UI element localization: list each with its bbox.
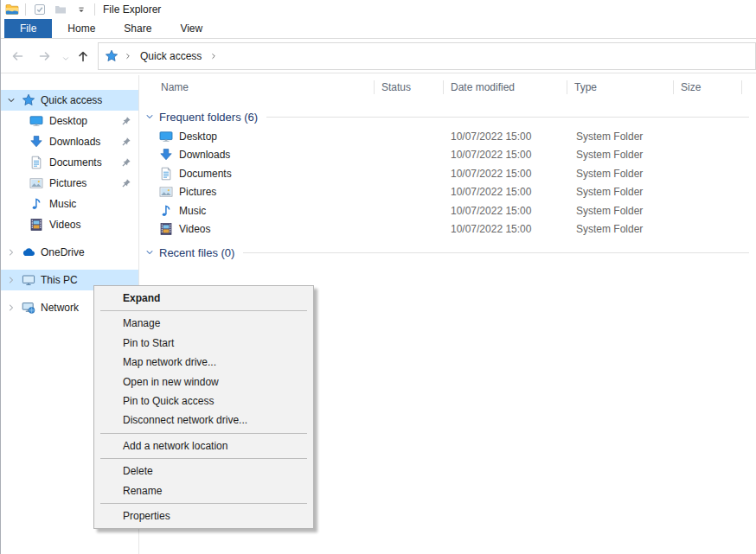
menu-separator [100, 310, 307, 311]
sidebar-item-label: Documents [49, 156, 102, 169]
column-header-type[interactable]: Type [567, 75, 674, 99]
tab-view[interactable]: View [167, 19, 215, 38]
tab-share[interactable]: Share [111, 19, 164, 38]
column-header-status[interactable]: Status [375, 75, 444, 99]
group-divider-line [266, 117, 749, 118]
sidebar-item-label: Network [41, 302, 79, 314]
file-date-modified: 10/07/2022 15:00 [444, 149, 567, 161]
file-type: System Folder [567, 205, 674, 217]
group-divider-line [243, 252, 749, 253]
address-bar-row: Quick access [1, 39, 756, 73]
sidebar-item-videos[interactable]: Videos [1, 214, 138, 235]
column-header-date-modified[interactable]: Date modified [444, 75, 567, 99]
quick-access-star-icon [22, 93, 35, 107]
menu-item-disconnect-network-drive[interactable]: Disconnect network drive... [94, 411, 313, 430]
menu-item-delete[interactable]: Delete [94, 462, 313, 481]
music-icon [29, 197, 43, 211]
sidebar-item-music[interactable]: Music [1, 194, 138, 214]
onedrive-icon [22, 245, 35, 259]
group-header-frequent-folders[interactable]: Frequent folders (6) [139, 108, 756, 125]
address-bar[interactable]: Quick access [98, 42, 756, 70]
file-date-modified: 10/07/2022 15:00 [444, 223, 567, 235]
file-row-documents[interactable]: Documents 10/07/2022 15:00 System Folder [139, 164, 756, 183]
sidebar-item-downloads[interactable]: Downloads [1, 131, 138, 152]
file-name: Pictures [179, 186, 216, 198]
sidebar-item-desktop[interactable]: Desktop [1, 111, 138, 131]
videos-icon [159, 222, 173, 236]
file-explorer-app-icon [5, 3, 19, 16]
menu-item-expand[interactable]: Expand [94, 289, 313, 308]
qat-properties-button[interactable] [32, 3, 47, 17]
titlebar-separator [25, 3, 26, 16]
chevron-down-icon[interactable] [144, 247, 155, 258]
title-bar: File Explorer [1, 0, 756, 19]
menu-item-add-a-network-location[interactable]: Add a network location [94, 436, 313, 455]
menu-item-pin-to-quick-access[interactable]: Pin to Quick access [94, 392, 313, 411]
file-type: System Folder [567, 131, 674, 143]
sidebar-item-onedrive[interactable]: OneDrive [1, 242, 138, 263]
up-button[interactable] [75, 48, 91, 64]
group-label: Frequent folders (6) [159, 111, 258, 124]
column-header-size[interactable]: Size [674, 75, 742, 99]
context-menu: Expand Manage Pin to Start Map network d… [93, 285, 314, 529]
up-arrow-icon [76, 49, 90, 63]
forward-button[interactable] [37, 48, 53, 64]
qat-customize-dropdown-button[interactable] [74, 3, 88, 17]
sidebar-item-label: Quick access [41, 94, 102, 106]
chevron-down-icon[interactable] [144, 111, 155, 122]
file-row-music[interactable]: Music 10/07/2022 15:00 System Folder [139, 201, 756, 220]
pin-icon [121, 178, 131, 188]
chevron-right-icon[interactable] [6, 275, 16, 285]
sidebar-item-label: Desktop [49, 115, 87, 127]
column-header-name[interactable]: Name [139, 75, 375, 99]
chevron-right-icon[interactable] [6, 302, 16, 313]
file-type: System Folder [567, 223, 674, 235]
sidebar-item-pictures[interactable]: Pictures [1, 173, 138, 194]
qat-new-folder-button[interactable] [53, 3, 67, 17]
sidebar-item-documents[interactable]: Documents [1, 152, 138, 173]
this-pc-icon [22, 273, 35, 287]
ribbon-tabs: File Home Share View [1, 19, 756, 39]
file-row-videos[interactable]: Videos 10/07/2022 15:00 System Folder [139, 220, 756, 239]
sidebar-item-label: Downloads [49, 136, 100, 148]
file-type: System Folder [567, 186, 674, 198]
breadcrumb-quick-access[interactable]: Quick access [138, 50, 204, 62]
file-date-modified: 10/07/2022 15:00 [444, 131, 567, 143]
file-row-pictures[interactable]: Pictures 10/07/2022 15:00 System Folder [139, 183, 756, 202]
chevron-down-icon [61, 54, 70, 63]
menu-item-properties[interactable]: Properties [94, 506, 313, 525]
group-label: Recent files (0) [159, 246, 234, 259]
file-row-downloads[interactable]: Downloads 10/07/2022 15:00 System Folder [139, 146, 756, 165]
documents-icon [29, 156, 43, 169]
breadcrumb-chevron-icon[interactable] [124, 52, 132, 60]
menu-item-pin-to-start[interactable]: Pin to Start [94, 334, 313, 353]
new-folder-icon [54, 3, 67, 16]
pictures-icon [29, 176, 43, 190]
file-row-desktop[interactable]: Desktop 10/07/2022 15:00 System Folder [139, 127, 756, 146]
chevron-down-icon[interactable] [6, 95, 16, 105]
downloads-icon [29, 135, 43, 149]
file-name: Desktop [179, 131, 217, 143]
tab-home[interactable]: Home [54, 19, 108, 38]
breadcrumb-chevron-icon-2[interactable] [209, 52, 218, 60]
pin-icon [121, 137, 131, 147]
titlebar-separator-2 [94, 3, 95, 16]
file-name: Music [179, 205, 206, 217]
group-header-recent-files[interactable]: Recent files (0) [139, 244, 756, 261]
sidebar-item-label: Music [49, 198, 76, 210]
file-date-modified: 10/07/2022 15:00 [444, 168, 567, 180]
sidebar-item-label: This PC [41, 274, 78, 286]
quick-access-star-icon [105, 49, 119, 63]
menu-separator [100, 458, 307, 459]
menu-item-map-network-drive[interactable]: Map network drive... [94, 353, 313, 372]
recent-locations-button[interactable] [58, 51, 74, 67]
file-date-modified: 10/07/2022 15:00 [444, 186, 567, 198]
back-button[interactable] [10, 48, 25, 64]
menu-item-rename[interactable]: Rename [94, 481, 313, 500]
menu-item-open-in-new-window[interactable]: Open in new window [94, 373, 313, 392]
back-arrow-icon [10, 49, 24, 63]
menu-item-manage[interactable]: Manage [94, 314, 313, 333]
chevron-right-icon[interactable] [6, 247, 16, 258]
tab-file[interactable]: File [4, 19, 52, 38]
sidebar-item-quick-access[interactable]: Quick access [1, 90, 138, 111]
